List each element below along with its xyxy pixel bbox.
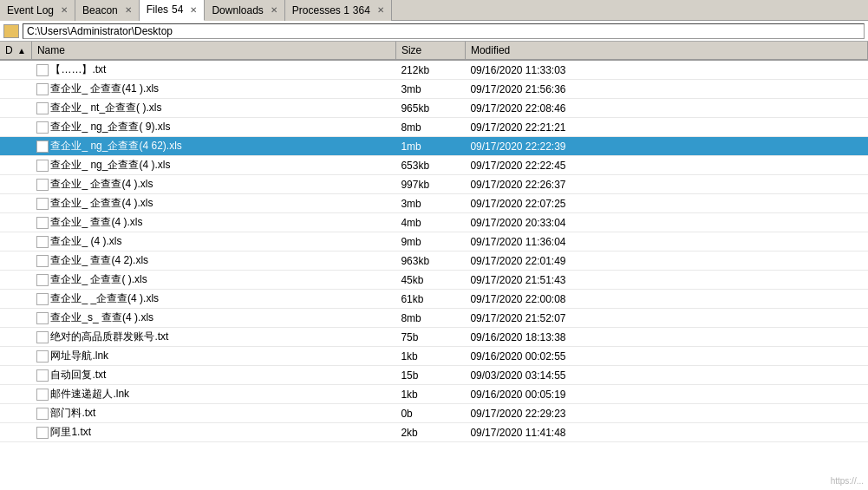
tab-files-label: Files [147, 3, 168, 16]
cell-modified: 09/17/2020 20:33:04 [465, 213, 867, 232]
cell-d [0, 175, 31, 194]
cell-name: 查企业_ (4 ).xls [31, 232, 395, 252]
cell-modified: 09/17/2020 22:07:25 [465, 194, 867, 213]
cell-name: 邮件速递超人.lnk [31, 385, 395, 404]
tab-processes-count: 364 [353, 4, 370, 16]
cell-name: 部门料.txt [31, 404, 395, 423]
file-icon [36, 198, 49, 210]
cell-d [0, 290, 31, 309]
tab-beacon-label: Beacon [82, 4, 118, 16]
cell-d [0, 366, 31, 385]
file-icon [36, 121, 49, 134]
cell-name: 网址导航.lnk [31, 347, 395, 366]
column-header-name[interactable]: Name [31, 42, 395, 60]
tab-downloads[interactable]: Downloads ✕ [205, 0, 284, 21]
table-row[interactable]: 查企业_ 查查(4 ).xls4mb09/17/2020 20:33:04 [0, 213, 868, 232]
cell-d [0, 404, 31, 423]
table-row[interactable]: 绝对的高品质群发账号.txt75b09/16/2020 18:13:38 [0, 328, 868, 347]
table-row[interactable]: 查企业_ 企查查(4 ).xls3mb09/17/2020 22:07:25 [0, 194, 868, 213]
cell-d [0, 309, 31, 328]
cell-size: 0b [395, 404, 465, 423]
table-row[interactable]: 查企业_ 企查查(41 ).xls3mb09/17/2020 21:56:36 [0, 80, 868, 99]
cell-d [0, 60, 31, 80]
cell-d [0, 423, 31, 442]
table-row[interactable]: 查企业_ ng_企查查(4 ).xls653kb09/17/2020 22:22… [0, 156, 868, 175]
cell-size: 4mb [395, 213, 465, 232]
tab-files[interactable]: Files 54 ✕ [140, 0, 206, 21]
cell-modified: 09/17/2020 22:01:49 [465, 252, 867, 271]
cell-size: 997kb [395, 175, 465, 194]
cell-size: 15b [395, 366, 465, 385]
cell-modified: 09/16/2020 00:05:19 [465, 385, 867, 404]
cell-modified: 09/17/2020 22:26:37 [465, 175, 867, 194]
cell-modified: 09/16/2020 18:13:38 [465, 328, 867, 347]
cell-d [0, 385, 31, 404]
file-icon [36, 140, 49, 153]
column-header-modified[interactable]: Modified [465, 42, 867, 60]
cell-size: 965kb [395, 99, 465, 118]
file-icon [36, 217, 49, 229]
table-row[interactable]: 查企业_s_ 查查(4 ).xls8mb09/17/2020 21:52:07 [0, 309, 868, 328]
cell-d [0, 213, 31, 232]
watermark: https://... [831, 476, 864, 486]
tab-beacon-close[interactable]: ✕ [125, 5, 132, 15]
table-row[interactable]: 自动回复.txt15b09/03/2020 03:14:55 [0, 366, 868, 385]
cell-name: 查企业_ 查查(4 2).xls [31, 252, 395, 271]
cell-size: 963kb [395, 252, 465, 271]
table-row[interactable]: 查企业_ 企查查( ).xls45kb09/17/2020 21:51:43 [0, 271, 868, 290]
table-row[interactable]: 邮件速递超人.lnk1kb09/16/2020 00:05:19 [0, 385, 868, 404]
file-icon [36, 350, 49, 363]
cell-d [0, 194, 31, 213]
table-row[interactable]: 查企业_ (4 ).xls9mb09/17/2020 11:36:04 [0, 232, 868, 252]
table-header-row: D ▲ Name Size Modified [0, 42, 868, 60]
file-icon [36, 236, 49, 248]
sort-indicator: ▲ [17, 46, 26, 56]
cell-name: 查企业_ nt_企查查( ).xls [31, 99, 395, 118]
file-icon [36, 160, 49, 172]
tab-processes-label: Processes 1 [292, 4, 349, 16]
table-row[interactable]: 查企业_ 查查(4 2).xls963kb09/17/2020 22:01:49 [0, 252, 868, 271]
tab-event-log-close[interactable]: ✕ [61, 5, 68, 15]
table-row[interactable]: 查企业_ ng_企查查(4 62).xls1mb09/17/2020 22:22… [0, 137, 868, 156]
cell-name: 查企业_ 企查查(41 ).xls [31, 80, 395, 99]
table-row[interactable]: 【……】.txt212kb09/16/2020 11:33:03 [0, 60, 868, 80]
cell-modified: 09/17/2020 11:36:04 [465, 232, 867, 252]
table-row[interactable]: 查企业_ _企查查(4 ).xls61kb09/17/2020 22:00:08 [0, 290, 868, 309]
tab-files-close[interactable]: ✕ [190, 5, 197, 15]
cell-d [0, 271, 31, 290]
cell-name: 查企业_ 企查查(4 ).xls [31, 175, 395, 194]
cell-modified: 09/17/2020 21:56:36 [465, 80, 867, 99]
cell-modified: 09/16/2020 00:02:55 [465, 347, 867, 366]
tab-processes-close[interactable]: ✕ [377, 5, 384, 15]
cell-modified: 09/17/2020 22:22:45 [465, 156, 867, 175]
cell-d [0, 80, 31, 99]
column-header-d[interactable]: D ▲ [0, 42, 31, 60]
file-icon [36, 293, 49, 305]
tab-beacon[interactable]: Beacon ✕ [75, 0, 140, 21]
table-row[interactable]: 查企业_ 企查查(4 ).xls997kb09/17/2020 22:26:37 [0, 175, 868, 194]
file-icon [36, 102, 49, 114]
cell-size: 212kb [395, 60, 465, 80]
file-icon [36, 312, 49, 324]
tab-downloads-label: Downloads [212, 4, 263, 16]
tab-processes[interactable]: Processes 1 364 ✕ [285, 0, 392, 21]
file-icon [36, 64, 49, 76]
table-row[interactable]: 网址导航.lnk1kb09/16/2020 00:02:55 [0, 347, 868, 366]
tab-downloads-close[interactable]: ✕ [271, 5, 277, 15]
cell-size: 2kb [395, 423, 465, 442]
tab-event-log-label: Event Log [7, 4, 54, 16]
cell-modified: 09/17/2020 22:00:08 [465, 290, 867, 309]
cell-name: 阿里1.txt [31, 423, 395, 442]
file-icon [36, 408, 49, 420]
table-row[interactable]: 阿里1.txt2kb09/17/2020 11:41:48 [0, 423, 868, 442]
cell-size: 3mb [395, 80, 465, 99]
table-row[interactable]: 查企业_ ng_企查查( 9).xls8mb09/17/2020 22:21:2… [0, 118, 868, 137]
file-icon [36, 179, 49, 191]
tab-event-log[interactable]: Event Log ✕ [0, 0, 75, 21]
table-row[interactable]: 部门料.txt0b09/17/2020 22:29:23 [0, 404, 868, 423]
cell-modified: 09/03/2020 03:14:55 [465, 366, 867, 385]
address-input[interactable] [23, 23, 865, 39]
column-header-size[interactable]: Size [395, 42, 465, 60]
file-icon [36, 255, 49, 267]
table-row[interactable]: 查企业_ nt_企查查( ).xls965kb09/17/2020 22:08:… [0, 99, 868, 118]
